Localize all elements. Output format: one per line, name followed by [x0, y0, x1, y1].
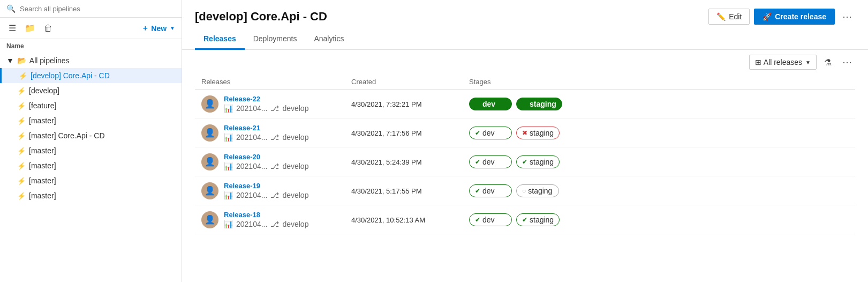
tab-releases[interactable]: Releases [195, 29, 245, 50]
release-link[interactable]: Release-18 [224, 211, 308, 219]
search-bar[interactable]: 🔍 [0, 0, 182, 18]
stage-badge[interactable]: ✔ staging [516, 98, 562, 110]
more-options-button[interactable]: ⋯ [839, 9, 855, 25]
stage-badge[interactable]: ✔ dev [469, 155, 512, 168]
delete-button[interactable]: 🗑 [42, 21, 55, 35]
table-row: 👤 Release-20 📊 202104... ⎇ develop 4/30/… [195, 147, 855, 176]
list-view-button[interactable]: ☰ [6, 21, 18, 35]
avatar: 👤 [201, 182, 218, 199]
pipeline-icon: ⚡ [17, 192, 26, 200]
build-number: 202104... [236, 133, 267, 142]
page-title: [develop] Core.Api - CD [195, 10, 327, 24]
tab-analytics[interactable]: Analytics [305, 29, 352, 50]
table-more-button[interactable]: ⋯ [839, 54, 855, 70]
release-meta: 📊 202104... ⎇ develop [224, 220, 308, 228]
all-releases-button[interactable]: ⊞ All releases ▼ [749, 55, 817, 70]
edit-label: Edit [729, 12, 742, 21]
build-number: 202104... [236, 191, 267, 199]
release-link[interactable]: Release-19 [224, 182, 308, 190]
sidebar-item-label: [master] [29, 176, 56, 185]
sidebar-item-label: [master] [29, 191, 56, 200]
stage-label: staging [530, 100, 556, 108]
sidebar-item-5[interactable]: ⚡ [master] [0, 143, 182, 158]
stage-label: dev [482, 187, 495, 195]
release-link[interactable]: Release-22 [224, 95, 308, 103]
branch-name: develop [282, 133, 308, 142]
create-release-button[interactable]: 🚀 Create release [754, 9, 835, 25]
stages-cell: ✔ dev ✔ staging [463, 90, 855, 118]
col-header-created: Created [345, 75, 463, 90]
branch-icon: ⎇ [270, 133, 279, 142]
releases-table-container: Releases Created Stages 👤 Release-22 📊 2… [182, 75, 868, 282]
pipeline-icon: ⚡ [19, 72, 27, 80]
build-number: 202104... [236, 104, 267, 113]
build-icon: 📊 [224, 133, 233, 142]
stages-cell: ✔ dev ○ staging [463, 176, 855, 205]
edit-button[interactable]: ✏️ Edit [708, 9, 750, 25]
sidebar-item-8[interactable]: ⚡ [master] [0, 188, 182, 203]
sidebar-item-7[interactable]: ⚡ [master] [0, 173, 182, 188]
chevron-down-icon: ▼ [805, 60, 811, 65]
sidebar-item-label: [develop] [29, 86, 59, 95]
release-link[interactable]: Release-20 [224, 153, 308, 161]
release-cell: 👤 Release-18 📊 202104... ⎇ develop [195, 205, 345, 234]
pipeline-icon: ⚡ [17, 177, 26, 185]
stage-badge[interactable]: ✔ dev [469, 98, 512, 110]
plus-icon: ＋ [141, 24, 149, 33]
stage-label: staging [530, 216, 554, 224]
created-cell: 4/30/2021, 5:24:39 PM [345, 147, 463, 176]
release-meta: 📊 202104... ⎇ develop [224, 162, 308, 170]
stage-badge[interactable]: ✔ staging [516, 155, 560, 168]
sidebar-item-label: [master] [29, 146, 56, 155]
tab-bar: Releases Deployments Analytics [182, 29, 868, 50]
stage-label: staging [530, 158, 554, 166]
new-button[interactable]: ＋ New ▼ [141, 24, 175, 33]
create-release-label: Create release [775, 12, 826, 21]
pipeline-tree: ▼ 📂 All pipelines ⚡ [develop] Core.Api -… [0, 53, 182, 282]
rocket-icon: 🚀 [763, 12, 772, 21]
sidebar-item-6[interactable]: ⚡ [master] [0, 158, 182, 173]
sidebar-item-label: [master] [29, 161, 56, 170]
stages-cell: ✔ dev ✖ staging [463, 118, 855, 147]
created-date: 4/30/2021, 7:17:56 PM [351, 129, 422, 137]
pencil-icon: ✏️ [716, 12, 726, 21]
branch-icon: ⎇ [270, 220, 279, 228]
all-pipelines-group[interactable]: ▼ 📂 All pipelines [0, 53, 182, 68]
release-meta: 📊 202104... ⎇ develop [224, 133, 308, 142]
created-cell: 4/30/2021, 7:17:56 PM [345, 118, 463, 147]
stage-badge[interactable]: ✔ dev [469, 184, 512, 197]
release-meta: 📊 202104... ⎇ develop [224, 104, 308, 113]
avatar: 👤 [201, 153, 218, 170]
created-cell: 4/30/2021, 5:17:55 PM [345, 176, 463, 205]
created-date: 4/30/2021, 5:17:55 PM [351, 187, 422, 195]
created-date: 4/30/2021, 10:52:13 AM [351, 216, 425, 224]
sidebar-item-1[interactable]: ⚡ [develop] [0, 83, 182, 98]
search-icon: 🔍 [6, 4, 16, 13]
avatar: 👤 [201, 124, 218, 142]
filter-button[interactable]: ⚗ [821, 55, 835, 70]
search-input[interactable] [20, 5, 175, 13]
stages-cell: ✔ dev ✔ staging [463, 147, 855, 176]
pipeline-icon: ⚡ [17, 102, 26, 110]
branch-name: develop [282, 220, 308, 228]
stage-badge[interactable]: ✔ dev [469, 213, 512, 226]
release-link[interactable]: Release-21 [224, 124, 308, 132]
folder-view-button[interactable]: 📁 [22, 21, 37, 35]
avatar: 👤 [201, 95, 218, 113]
stage-badge[interactable]: ✔ staging [516, 213, 560, 226]
stage-badge[interactable]: ✔ dev [469, 127, 512, 139]
sidebar-item-label: [develop] Core.Api - CD [31, 71, 110, 80]
branch-name: develop [282, 162, 308, 170]
stage-badge[interactable]: ○ staging [516, 184, 559, 197]
tab-deployments[interactable]: Deployments [245, 29, 306, 50]
branch-name: develop [282, 191, 308, 199]
stage-badge[interactable]: ✖ staging [516, 127, 560, 139]
stage-label: staging [530, 129, 554, 137]
sidebar-item-4[interactable]: ⚡ [master] Core.Api - CD [0, 128, 182, 143]
stage-label: dev [482, 158, 495, 166]
sidebar-item-0[interactable]: ⚡ [develop] Core.Api - CD [0, 68, 182, 83]
build-icon: 📊 [224, 191, 233, 199]
sidebar-item-2[interactable]: ⚡ [feature] [0, 98, 182, 113]
sidebar-item-3[interactable]: ⚡ [master] [0, 113, 182, 128]
build-number: 202104... [236, 162, 267, 170]
